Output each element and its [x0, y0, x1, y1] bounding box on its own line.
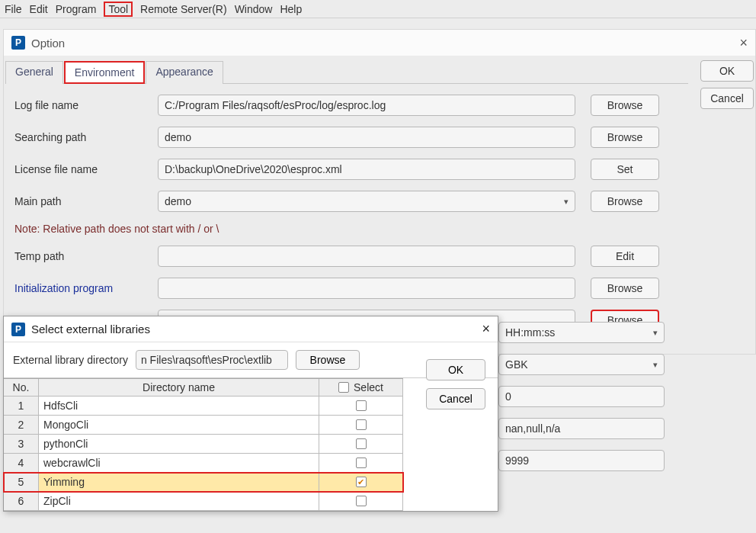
modal-cancel-button[interactable]: Cancel	[426, 388, 485, 409]
max-input[interactable]: 9999	[498, 450, 665, 471]
modal-ok-button[interactable]: OK	[426, 359, 485, 380]
app-icon: P	[11, 36, 25, 50]
libraries-table: No. Directory name Select 1HdfsCli2Mongo…	[4, 378, 403, 511]
window-title: Option	[31, 37, 65, 50]
row-no: 6	[4, 492, 39, 511]
table-row[interactable]: 4webcrawlCli	[4, 454, 403, 473]
modal-extlib-input[interactable]: n Files\raqsoft\esProc\extlib	[136, 350, 288, 370]
row-checkbox[interactable]	[356, 400, 367, 411]
license-label: License file name	[14, 163, 158, 175]
app-icon: P	[11, 323, 25, 336]
modal-extlib-label: External library directory	[13, 354, 128, 366]
row-directory: MongoCli	[39, 416, 319, 435]
row-no: 5	[4, 473, 39, 492]
license-input[interactable]: D:\backup\OneDrive\2020\esproc.xml	[158, 159, 575, 180]
main-path-combo[interactable]: demo▾	[158, 191, 575, 212]
log-file-label: Log file name	[14, 99, 158, 111]
select-all-checkbox[interactable]	[338, 382, 349, 393]
row-directory: ZipCli	[39, 492, 319, 511]
peek-fields: HH:mm:ss▾ GBK▾ 0 nan,null,n/a 9999	[498, 322, 665, 471]
menu-file[interactable]: File	[5, 3, 22, 15]
cancel-button[interactable]: Cancel	[700, 88, 754, 109]
table-row[interactable]: 3pythonCli	[4, 435, 403, 454]
modal-browse-button[interactable]: Browse	[296, 350, 360, 370]
row-select-cell[interactable]	[319, 416, 403, 435]
row-no: 2	[4, 416, 39, 435]
license-set-button[interactable]: Set	[591, 159, 659, 180]
dialog-buttons: OK Cancel	[694, 56, 755, 354]
ok-button[interactable]: OK	[700, 60, 754, 82]
row-checkbox[interactable]: ✔	[356, 477, 367, 487]
row-no: 3	[4, 435, 39, 454]
zero-input[interactable]: 0	[498, 386, 665, 407]
row-select-cell[interactable]: ✔	[319, 473, 403, 492]
select-external-libraries-dialog: P Select external libraries × External l…	[3, 316, 498, 512]
searching-path-input[interactable]: demo	[158, 127, 575, 148]
col-directory: Directory name	[39, 379, 319, 397]
row-directory: HdfsCli	[39, 397, 319, 416]
tabs: General Environment Appearance	[5, 60, 688, 84]
close-icon[interactable]: ×	[739, 35, 748, 51]
table-row[interactable]: 6ZipCli	[4, 492, 403, 511]
init-program-label: Initialization program	[14, 282, 158, 294]
col-no: No.	[4, 379, 39, 397]
temp-path-input[interactable]	[158, 246, 575, 267]
init-program-input[interactable]	[158, 278, 575, 299]
encoding-combo[interactable]: GBK▾	[498, 354, 665, 375]
row-checkbox[interactable]	[356, 496, 367, 506]
row-select-cell[interactable]	[319, 435, 403, 454]
menu-program[interactable]: Program	[56, 3, 97, 15]
option-window: P Option × General Environment Appearanc…	[3, 29, 756, 355]
log-file-browse-button[interactable]: Browse	[591, 95, 659, 116]
relative-path-note: Note: Relative path does not start with …	[5, 223, 688, 235]
table-row[interactable]: 1HdfsCli	[4, 397, 403, 416]
modal-side-buttons: OK Cancel	[426, 359, 485, 409]
tab-environment[interactable]: Environment	[64, 61, 146, 84]
titlebar: P Option ×	[4, 30, 755, 56]
row-no: 1	[4, 397, 39, 416]
menu-remote-server[interactable]: Remote Server(R)	[140, 3, 227, 15]
log-file-input[interactable]: C:/Program Files/raqsoft/esProc/log/espr…	[158, 95, 575, 116]
menubar: File Edit Program Tool Remote Server(R) …	[0, 0, 756, 18]
searching-path-label: Searching path	[14, 131, 158, 143]
close-icon[interactable]: ×	[482, 321, 490, 337]
nulls-input[interactable]: nan,null,n/a	[498, 418, 665, 439]
chevron-down-icon: ▾	[653, 328, 658, 338]
menu-window[interactable]: Window	[235, 3, 273, 15]
row-directory: pythonCli	[39, 435, 319, 454]
init-program-browse-button[interactable]: Browse	[591, 278, 659, 299]
modal-title: Select external libraries	[31, 323, 150, 336]
tab-general[interactable]: General	[5, 61, 63, 84]
row-no: 4	[4, 454, 39, 473]
row-select-cell[interactable]	[319, 397, 403, 416]
row-select-cell[interactable]	[319, 492, 403, 511]
row-directory: Yimming	[39, 473, 319, 492]
temp-path-label: Temp path	[14, 250, 158, 262]
main-path-label: Main path	[14, 195, 158, 207]
menu-tool[interactable]: Tool	[104, 2, 133, 17]
table-row[interactable]: 2MongoCli	[4, 416, 403, 435]
time-format-combo[interactable]: HH:mm:ss▾	[498, 322, 665, 343]
row-checkbox[interactable]	[356, 419, 367, 430]
col-select[interactable]: Select	[319, 379, 403, 397]
chevron-down-icon: ▾	[564, 197, 569, 207]
menu-help[interactable]: Help	[280, 3, 302, 15]
menu-edit[interactable]: Edit	[30, 3, 48, 15]
chevron-down-icon: ▾	[653, 360, 658, 370]
row-checkbox[interactable]	[356, 458, 367, 468]
temp-path-edit-button[interactable]: Edit	[591, 246, 659, 267]
main-path-browse-button[interactable]: Browse	[591, 191, 659, 212]
table-row[interactable]: 5Yimming✔	[4, 473, 403, 492]
searching-path-browse-button[interactable]: Browse	[591, 127, 659, 148]
row-checkbox[interactable]	[356, 438, 367, 449]
row-directory: webcrawlCli	[39, 454, 319, 473]
modal-titlebar: P Select external libraries ×	[4, 316, 498, 342]
tab-appearance[interactable]: Appearance	[146, 61, 223, 84]
row-select-cell[interactable]	[319, 454, 403, 473]
